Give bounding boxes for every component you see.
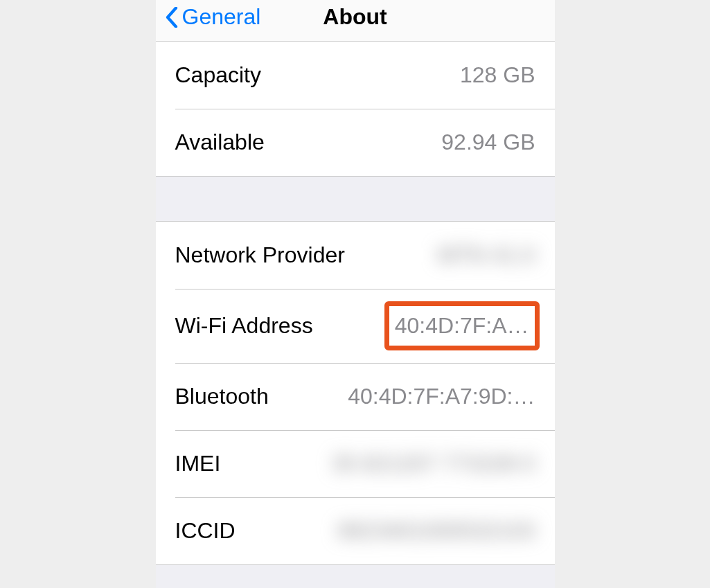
back-label: General	[182, 4, 261, 30]
row-value: 40:4D:7F:A…	[395, 313, 529, 338]
row-wifi-address[interactable]: Wi-Fi Address 40:4D:7F:A…	[156, 289, 555, 363]
section-spacer	[156, 177, 555, 221]
row-value: 128 GB	[460, 62, 535, 88]
row-iccid[interactable]: ICCID 8923401000532103	[156, 497, 555, 564]
row-label: Bluetooth	[175, 384, 269, 409]
network-group: Network Provider MTN 41.0 Wi-Fi Address …	[156, 221, 555, 565]
row-capacity[interactable]: Capacity 128 GB	[156, 42, 555, 109]
row-value-redacted: 35 821207 773109 0	[332, 451, 535, 476]
row-value: 92.94 GB	[441, 130, 535, 155]
row-value-redacted: MTN 41.0	[438, 242, 535, 268]
row-network-provider[interactable]: Network Provider MTN 41.0	[156, 222, 555, 289]
page-title: About	[323, 4, 387, 30]
row-label: Wi-Fi Address	[175, 313, 313, 339]
row-label: Capacity	[175, 62, 262, 88]
row-label: IMEI	[175, 451, 221, 476]
nav-bar: General About	[156, 0, 555, 42]
row-available[interactable]: Available 92.94 GB	[156, 109, 555, 176]
row-value: 40:4D:7F:A7:9D:…	[348, 384, 535, 409]
row-label: Available	[175, 130, 265, 155]
settings-about-screen: General About Capacity 128 GB Available …	[156, 0, 555, 588]
row-label: ICCID	[175, 518, 236, 544]
chevron-left-icon	[166, 7, 178, 28]
row-label: Network Provider	[175, 242, 345, 268]
highlight-annotation: 40:4D:7F:A…	[384, 301, 540, 350]
row-bluetooth[interactable]: Bluetooth 40:4D:7F:A7:9D:…	[156, 363, 555, 430]
row-value-redacted: 8923401000532103	[338, 518, 535, 544]
back-button[interactable]: General	[166, 4, 261, 30]
row-imei[interactable]: IMEI 35 821207 773109 0	[156, 430, 555, 497]
storage-group: Capacity 128 GB Available 92.94 GB	[156, 42, 555, 177]
